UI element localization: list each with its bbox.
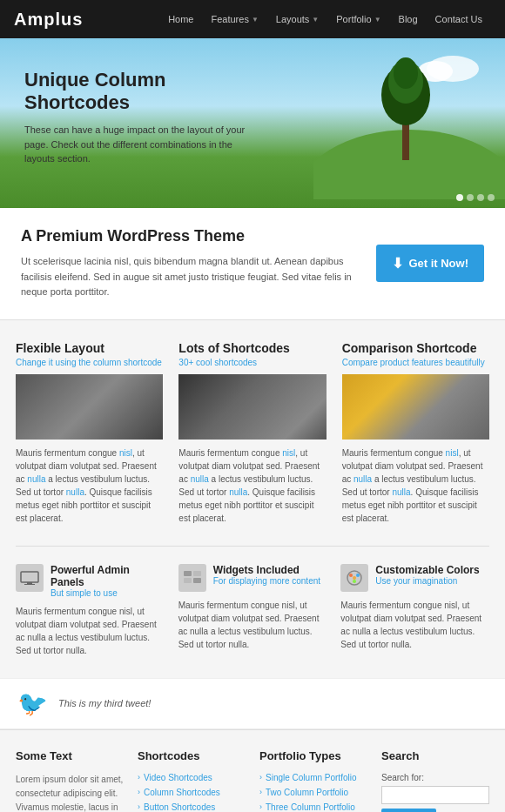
chevron-icon: › — [138, 802, 140, 811]
footer-link-2[interactable]: Button Shortcodes — [144, 802, 215, 812]
feature-desc-2: Mauris fermentum congue nisl, ut volutpa… — [178, 446, 326, 525]
icon-feature-colors: Customizable Colors Use your imagination… — [340, 564, 489, 657]
footer-col-portfolio: Portfolio Types › Single Column Portfoli… — [259, 749, 367, 812]
icon-feature-desc-3: Mauris fermentum congue nisl, ut volutpa… — [340, 599, 489, 651]
search-label: Search for: — [381, 773, 489, 782]
nav-contact[interactable]: Contact Us — [427, 14, 491, 24]
feature-link-3[interactable]: Compare product features beautifully — [342, 358, 489, 367]
footer-col-body-0: Lorem ipsum dolor sit amet, consectetur … — [16, 773, 124, 812]
feature-desc-1: Mauris fermentum congue nisl, ut volutpa… — [16, 446, 163, 525]
footer-link-0[interactable]: Video Shortcodes — [144, 773, 212, 782]
footer-col-shortcodes: Shortcodes › Video Shortcodes › Column S… — [138, 749, 246, 812]
feature-comparison: Comparison Shortcode Compare product fea… — [342, 341, 489, 525]
feature-shortcodes: Lots of Shortcodes 30+ cool shortcodes M… — [178, 341, 326, 525]
icon-features-grid: Powerful Admin Panels But simple to use … — [16, 546, 489, 657]
icon-feature-title-3: Customizable Colors — [375, 564, 479, 576]
svg-point-17 — [356, 574, 360, 577]
chevron-icon: › — [138, 788, 140, 796]
search-button[interactable]: Search — [381, 809, 436, 812]
footer-col-text: Some Text Lorem ipsum dolor sit amet, co… — [16, 749, 124, 812]
chevron-icon: › — [138, 773, 140, 782]
footer-link-item: › Video Shortcodes — [138, 773, 246, 782]
feature-link-2[interactable]: 30+ cool shortcodes — [178, 358, 326, 367]
feature-flexible-layout: Flexible Layout Change it using the colu… — [16, 341, 163, 525]
feature-image-2 — [178, 374, 326, 440]
main-nav: Home Features▼ Layouts▼ Portfolio▼ Blog … — [159, 14, 491, 24]
footer-col-title-2: Portfolio Types — [259, 749, 367, 762]
footer-col-title-3: Search — [381, 749, 489, 762]
nav-blog[interactable]: Blog — [390, 14, 427, 24]
footer-col-title-1: Shortcodes — [138, 749, 246, 762]
hero-dot-2[interactable] — [467, 194, 474, 201]
footer-link-item: › Three Column Portfolio — [259, 802, 367, 812]
icon-feature-admin: Powerful Admin Panels But simple to use … — [16, 564, 165, 657]
portfolio-link-1[interactable]: Two Column Portfolio — [266, 788, 348, 797]
svg-rect-10 — [24, 584, 35, 585]
footer-link-item: › Column Shortcodes — [138, 788, 246, 797]
premium-title: A Premium WordPress Theme — [21, 227, 376, 245]
feature-image-1 — [16, 374, 163, 440]
svg-rect-8 — [21, 572, 38, 582]
footer-links-section: Some Text Lorem ipsum dolor sit amet, co… — [0, 729, 505, 812]
premium-left: A Premium WordPress Theme Ut scelerisque… — [21, 227, 376, 300]
icon-feature-title-1: Powerful Admin Panels — [50, 564, 165, 588]
nav-features[interactable]: Features▼ — [202, 14, 266, 24]
nav-layouts[interactable]: Layouts▼ — [267, 14, 327, 24]
chevron-icon: › — [259, 802, 262, 811]
icon-feature-subtitle-1: But simple to use — [50, 588, 165, 598]
logo: Amplus — [14, 10, 83, 30]
svg-rect-14 — [193, 578, 201, 583]
header: Amplus Home Features▼ Layouts▼ Portfolio… — [0, 0, 505, 38]
footer-link-item: › Two Column Portfolio — [259, 788, 367, 797]
footer-col-search: Search Search for: Search — [381, 749, 489, 812]
svg-point-7 — [394, 57, 418, 89]
icon-feature-desc-1: Mauris fermentum congue nisl, ut volutpa… — [16, 605, 165, 657]
twitter-section: 🐦 This is my third tweet! — [0, 678, 505, 729]
twitter-bird-icon: 🐦 — [17, 689, 48, 718]
download-icon: ⬇ — [392, 255, 403, 272]
widget-icon — [178, 564, 206, 592]
hero-text: These can have a huge impact on the layo… — [24, 123, 259, 166]
premium-section: A Premium WordPress Theme Ut scelerisque… — [0, 208, 505, 320]
icon-feature-subtitle-3: Use your imagination — [375, 576, 479, 586]
svg-rect-9 — [27, 582, 32, 584]
hero-dot-4[interactable] — [488, 194, 495, 201]
svg-point-16 — [349, 574, 353, 577]
twitter-tweet: This is my third tweet! — [58, 698, 151, 708]
premium-text: Ut scelerisque lacinia nisl, quis bibend… — [21, 254, 360, 300]
hero-dot-1[interactable] — [456, 194, 463, 201]
feature-link-1[interactable]: Change it using the column shortcode — [16, 358, 163, 367]
svg-point-18 — [353, 580, 356, 583]
feature-title-2: Lots of Shortcodes — [178, 341, 326, 355]
portfolio-link-0[interactable]: Single Column Portfolio — [266, 773, 357, 782]
hero-title: Unique Column Shortcodes — [24, 69, 259, 114]
footer-link-item: › Single Column Portfolio — [259, 773, 367, 782]
svg-rect-11 — [184, 571, 192, 576]
get-it-now-button[interactable]: ⬇ Get it Now! — [376, 245, 484, 282]
nav-home[interactable]: Home — [159, 14, 202, 24]
features-grid: Flexible Layout Change it using the colu… — [16, 341, 489, 525]
feature-title-3: Comparison Shortcode — [342, 341, 489, 355]
hero-section: Unique Column Shortcodes These can have … — [0, 38, 505, 208]
nav-portfolio[interactable]: Portfolio▼ — [327, 14, 389, 24]
feature-image-3 — [342, 374, 489, 440]
palette-icon — [340, 564, 368, 592]
icon-feature-desc-2: Mauris fermentum congue nisl, ut volutpa… — [178, 599, 327, 651]
svg-rect-12 — [193, 571, 201, 576]
hero-content: Unique Column Shortcodes These can have … — [24, 69, 259, 166]
icon-feature-title-2: Widgets Included — [213, 564, 320, 576]
footer-col-title-0: Some Text — [16, 749, 124, 762]
footer-link-item: › Button Shortcodes — [138, 802, 246, 812]
portfolio-link-2[interactable]: Three Column Portfolio — [266, 802, 355, 812]
footer-link-1[interactable]: Column Shortcodes — [144, 788, 220, 797]
search-input[interactable] — [381, 786, 489, 804]
hero-dot-3[interactable] — [477, 194, 484, 201]
features-section: Flexible Layout Change it using the colu… — [0, 320, 505, 678]
icon-feature-widgets: Widgets Included For displaying more con… — [178, 564, 327, 657]
hero-pagination — [456, 194, 495, 201]
chevron-icon: › — [259, 773, 262, 782]
icon-feature-subtitle-2: For displaying more content — [213, 576, 320, 586]
hero-tree-image — [313, 38, 505, 199]
feature-desc-3: Mauris fermentum congue nisl, ut volutpa… — [342, 446, 489, 525]
feature-title-1: Flexible Layout — [16, 341, 163, 355]
